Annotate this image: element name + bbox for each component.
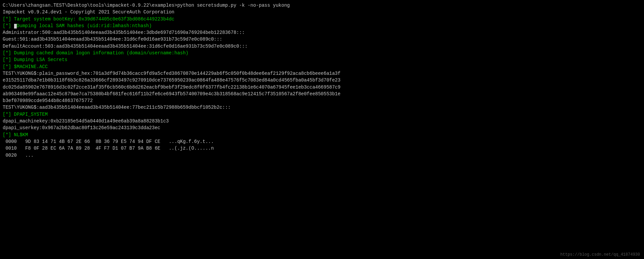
terminal-line: Guest:501:aad3b435b51404eeaad3b435b51404… — [3, 36, 641, 43]
terminal-line: [*] Target system bootKey: 0x39d674405c0… — [3, 16, 641, 22]
terminal-window: C:\Users\zhangsan.TEST\Desktop\tools\imp… — [0, 0, 644, 259]
terminal-output: C:\Users\zhangsan.TEST\Desktop\tools\imp… — [3, 2, 641, 159]
terminal-line: 0010 F8 0F 28 EC 6A 7A 89 28 4F F7 D1 07… — [3, 145, 641, 152]
watermark: https://blog.csdn.net/qq_41874930 — [560, 252, 640, 257]
terminal-line: dc025da85902e7678916d3c02f2cce31af35f6cb… — [3, 84, 641, 91]
terminal-line: Administrator:500:aad3b435b51404eeaad3b4… — [3, 29, 641, 36]
terminal-line: Impacket v0.9.24.dev1 - Copyright 2021 S… — [3, 9, 641, 15]
terminal-line: [*] Dumping local SAM hashes (uid:rid:lm… — [3, 22, 641, 29]
terminal-line: ab963469e99faaac12e45c879ae7ca75380b4bf6… — [3, 91, 641, 97]
terminal-line: dpapi_userkey:0x967a2b62dbac80f13c26e59a… — [3, 124, 641, 131]
terminal-line: [*] Dumping LSA Secrets — [3, 56, 641, 63]
terminal-line: [*] Dumping cached domain logon informat… — [3, 50, 641, 56]
terminal-line: [*] NL$KM — [3, 132, 641, 138]
terminal-line: dpapi_machinekey:0xb23185e54d5a0440d1a49… — [3, 118, 641, 124]
cursor — [14, 24, 17, 29]
terminal-line: DefaultAccount:503:aad3b435b51404eeaad3b… — [3, 43, 641, 50]
terminal-line: e31525117dba7e1b0b3118f6b3c826a33666cf28… — [3, 77, 641, 84]
terminal-line: 0020 ... — [3, 152, 641, 159]
terminal-line: C:\Users\zhangsan.TEST\Desktop\tools\imp… — [3, 2, 641, 9]
terminal-line: [*] $MACHINE.ACC — [3, 63, 641, 70]
terminal-line: b3ef070989ccde9544b8c48637675772 — [3, 97, 641, 104]
terminal-line: TEST\YUKONG$:aad3b435b51404eeaad3b435b51… — [3, 104, 641, 111]
terminal-line: [*] DPAPI_SYSTEM — [3, 111, 641, 118]
terminal-line: 0000 9D 83 14 71 4B 67 2E 66 8B 36 79 E5… — [3, 138, 641, 145]
terminal-line: TEST\YUKONG$:plain_password_hex:701a3df9… — [3, 70, 641, 77]
